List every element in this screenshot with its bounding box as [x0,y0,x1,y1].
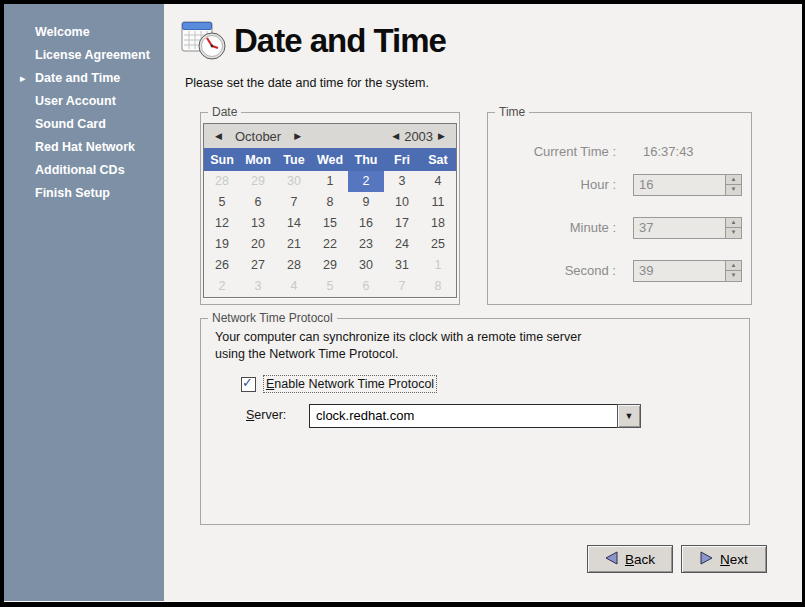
spin-up-icon[interactable]: ▲ [725,174,742,185]
step-label: Finish Setup [35,186,110,200]
spin-up-icon[interactable]: ▲ [725,260,742,271]
calendar-day[interactable]: 23 [348,234,384,255]
ntp-checkbox-label[interactable]: Enable Network Time Protocol [263,375,437,393]
next-month-icon[interactable]: ▶ [289,131,306,141]
calendar-day[interactable]: 8 [312,192,348,213]
second-row: Second : 39 ▲ ▼ [488,260,741,282]
active-step-arrow-icon: ▸ [20,67,26,90]
calendar-widget: ◀ October ▶ ◀ 2003 ▶ Sun Mon Tue Wed Thu [203,123,457,298]
back-button-label: Back [625,552,655,567]
calendar-day[interactable]: 20 [240,234,276,255]
calendar-day[interactable]: 28 [276,255,312,276]
sidebar-item-user-account[interactable]: ▸User Account [4,90,164,113]
calendar-day[interactable]: 19 [204,234,240,255]
calendar-day[interactable]: 28 [204,171,240,192]
calendar-day[interactable]: 30 [348,255,384,276]
calendar-day[interactable]: 21 [276,234,312,255]
back-arrow-icon [605,551,618,568]
prev-month-icon[interactable]: ◀ [210,131,227,141]
calendar-day[interactable]: 6 [348,276,384,297]
date-frame: Date ◀ October ▶ ◀ 2003 ▶ Sun Mon Tue [200,112,460,305]
sidebar-item-license-agreement[interactable]: ▸License Agreement [4,44,164,67]
minute-spinner: ▲ ▼ [725,217,742,239]
calendar-day[interactable]: 29 [312,255,348,276]
calendar-day[interactable]: 15 [312,213,348,234]
calendar-day[interactable]: 12 [204,213,240,234]
calendar-day[interactable]: 22 [312,234,348,255]
day-header: Fri [384,153,420,167]
calendar-day[interactable]: 7 [276,192,312,213]
calendar-day[interactable]: 11 [420,192,456,213]
calendar-day[interactable]: 8 [420,276,456,297]
minute-input[interactable]: 37 [633,217,725,239]
sidebar-item-date-and-time[interactable]: ▸Date and Time [4,67,164,90]
calendar-day[interactable]: 9 [348,192,384,213]
minute-label: Minute : [486,217,616,239]
calendar-day[interactable]: 27 [240,255,276,276]
calendar-day[interactable]: 31 [384,255,420,276]
calendar-day[interactable]: 6 [240,192,276,213]
calendar-day[interactable]: 13 [240,213,276,234]
calendar-day[interactable]: 4 [420,171,456,192]
spin-down-icon[interactable]: ▼ [725,271,742,282]
calendar-day[interactable]: 24 [384,234,420,255]
server-input[interactable]: clock.redhat.com [309,404,617,428]
spin-up-icon[interactable]: ▲ [725,217,742,228]
main-panel: Date and Time Please set the date and ti… [164,4,802,601]
current-time-row: Current Time : 16:37:43 [488,141,741,163]
spin-down-icon[interactable]: ▼ [725,228,742,239]
time-frame: Time Current Time : 16:37:43 Hour : 16 ▲… [487,112,752,305]
next-button[interactable]: Next [681,545,767,573]
current-time-value: 16:37:43 [643,141,694,163]
calendar-day[interactable]: 5 [204,192,240,213]
second-spinner: ▲ ▼ [725,260,742,282]
step-label: Date and Time [35,71,120,85]
steps-list: ▸Welcome ▸License Agreement ▸Date and Ti… [4,4,164,205]
server-dropdown-button[interactable]: ▼ [617,404,641,428]
calendar-year: 2003 [404,129,433,144]
calendar-day[interactable]: 29 [240,171,276,192]
calendar-day[interactable]: 10 [384,192,420,213]
calendar-day[interactable]: 3 [384,171,420,192]
calendar-day[interactable]: 1 [312,171,348,192]
calendar-month: October [227,129,289,144]
day-header: Sat [420,153,456,167]
calendar-day[interactable]: 2 [348,171,384,192]
spin-down-icon[interactable]: ▼ [725,185,742,196]
calendar-day[interactable]: 1 [420,255,456,276]
step-label: Welcome [35,25,90,39]
day-header: Wed [312,153,348,167]
calendar-day[interactable]: 3 [240,276,276,297]
calendar-day[interactable]: 14 [276,213,312,234]
calendar-day[interactable]: 17 [384,213,420,234]
next-year-icon[interactable]: ▶ [433,131,450,141]
back-button[interactable]: Back [587,545,673,573]
day-header: Mon [240,153,276,167]
ntp-checkbox[interactable]: ✓ [241,377,256,392]
sidebar-item-sound-card[interactable]: ▸Sound Card [4,113,164,136]
chevron-down-icon: ▼ [625,411,634,421]
calendar-day[interactable]: 4 [276,276,312,297]
sidebar-item-welcome[interactable]: ▸Welcome [4,21,164,44]
sidebar-item-red-hat-network[interactable]: ▸Red Hat Network [4,136,164,159]
calendar-day[interactable]: 18 [420,213,456,234]
next-arrow-icon [700,551,713,568]
sidebar-item-finish-setup[interactable]: ▸Finish Setup [4,182,164,205]
calendar-day[interactable]: 7 [384,276,420,297]
calendar-day[interactable]: 5 [312,276,348,297]
hour-spinner: ▲ ▼ [725,174,742,196]
calendar-day[interactable]: 2 [204,276,240,297]
step-label: User Account [35,94,116,108]
page-subtitle: Please set the date and time for the sys… [185,76,429,90]
ntp-frame-label: Network Time Protocol [208,311,337,325]
prev-year-icon[interactable]: ◀ [387,131,404,141]
hour-label: Hour : [486,174,616,196]
calendar-day[interactable]: 25 [420,234,456,255]
calendar-day[interactable]: 30 [276,171,312,192]
hour-input[interactable]: 16 [633,174,725,196]
second-input[interactable]: 39 [633,260,725,282]
sidebar-item-additional-cds[interactable]: ▸Additional CDs [4,159,164,182]
calendar-day[interactable]: 26 [204,255,240,276]
step-label: Red Hat Network [35,140,135,154]
calendar-day[interactable]: 16 [348,213,384,234]
